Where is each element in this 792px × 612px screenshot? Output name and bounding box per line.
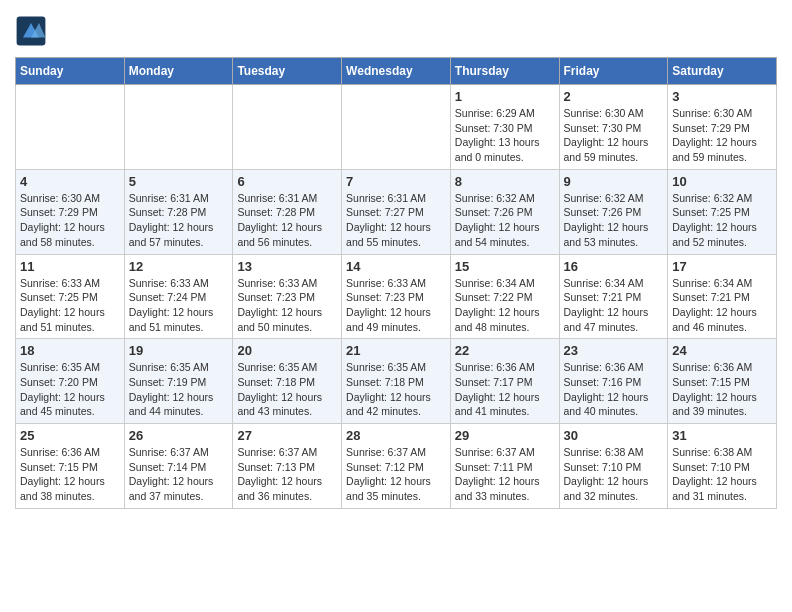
day-header-tuesday: Tuesday [233,58,342,85]
day-info: Sunrise: 6:38 AM Sunset: 7:10 PM Dayligh… [564,445,664,504]
day-number: 25 [20,428,120,443]
day-info: Sunrise: 6:36 AM Sunset: 7:15 PM Dayligh… [672,360,772,419]
day-info: Sunrise: 6:37 AM Sunset: 7:14 PM Dayligh… [129,445,229,504]
day-number: 7 [346,174,446,189]
day-number: 17 [672,259,772,274]
day-info: Sunrise: 6:33 AM Sunset: 7:25 PM Dayligh… [20,276,120,335]
day-info: Sunrise: 6:37 AM Sunset: 7:13 PM Dayligh… [237,445,337,504]
day-info: Sunrise: 6:30 AM Sunset: 7:30 PM Dayligh… [564,106,664,165]
day-number: 10 [672,174,772,189]
calendar-cell: 12Sunrise: 6:33 AM Sunset: 7:24 PM Dayli… [124,254,233,339]
calendar-cell: 8Sunrise: 6:32 AM Sunset: 7:26 PM Daylig… [450,169,559,254]
calendar-cell: 25Sunrise: 6:36 AM Sunset: 7:15 PM Dayli… [16,424,125,509]
day-number: 29 [455,428,555,443]
day-number: 1 [455,89,555,104]
calendar-cell: 7Sunrise: 6:31 AM Sunset: 7:27 PM Daylig… [342,169,451,254]
day-number: 23 [564,343,664,358]
calendar-cell: 19Sunrise: 6:35 AM Sunset: 7:19 PM Dayli… [124,339,233,424]
day-info: Sunrise: 6:32 AM Sunset: 7:26 PM Dayligh… [564,191,664,250]
day-number: 28 [346,428,446,443]
day-info: Sunrise: 6:32 AM Sunset: 7:26 PM Dayligh… [455,191,555,250]
day-info: Sunrise: 6:33 AM Sunset: 7:24 PM Dayligh… [129,276,229,335]
calendar-cell [16,85,125,170]
day-header-monday: Monday [124,58,233,85]
calendar-week-row: 1Sunrise: 6:29 AM Sunset: 7:30 PM Daylig… [16,85,777,170]
day-info: Sunrise: 6:30 AM Sunset: 7:29 PM Dayligh… [20,191,120,250]
day-info: Sunrise: 6:36 AM Sunset: 7:16 PM Dayligh… [564,360,664,419]
day-number: 14 [346,259,446,274]
calendar-cell: 2Sunrise: 6:30 AM Sunset: 7:30 PM Daylig… [559,85,668,170]
calendar-cell: 17Sunrise: 6:34 AM Sunset: 7:21 PM Dayli… [668,254,777,339]
day-number: 27 [237,428,337,443]
day-info: Sunrise: 6:38 AM Sunset: 7:10 PM Dayligh… [672,445,772,504]
day-info: Sunrise: 6:34 AM Sunset: 7:21 PM Dayligh… [672,276,772,335]
day-number: 18 [20,343,120,358]
day-number: 12 [129,259,229,274]
day-number: 15 [455,259,555,274]
day-header-thursday: Thursday [450,58,559,85]
calendar-cell: 20Sunrise: 6:35 AM Sunset: 7:18 PM Dayli… [233,339,342,424]
day-number: 21 [346,343,446,358]
day-info: Sunrise: 6:36 AM Sunset: 7:17 PM Dayligh… [455,360,555,419]
day-header-sunday: Sunday [16,58,125,85]
calendar-header-row: SundayMondayTuesdayWednesdayThursdayFrid… [16,58,777,85]
day-number: 8 [455,174,555,189]
calendar-cell: 16Sunrise: 6:34 AM Sunset: 7:21 PM Dayli… [559,254,668,339]
day-number: 30 [564,428,664,443]
day-number: 24 [672,343,772,358]
calendar-cell [342,85,451,170]
day-number: 3 [672,89,772,104]
day-info: Sunrise: 6:35 AM Sunset: 7:18 PM Dayligh… [237,360,337,419]
day-info: Sunrise: 6:34 AM Sunset: 7:21 PM Dayligh… [564,276,664,335]
calendar-week-row: 25Sunrise: 6:36 AM Sunset: 7:15 PM Dayli… [16,424,777,509]
calendar-cell: 21Sunrise: 6:35 AM Sunset: 7:18 PM Dayli… [342,339,451,424]
logo [15,15,51,47]
calendar-table: SundayMondayTuesdayWednesdayThursdayFrid… [15,57,777,509]
day-number: 26 [129,428,229,443]
calendar-cell: 30Sunrise: 6:38 AM Sunset: 7:10 PM Dayli… [559,424,668,509]
day-info: Sunrise: 6:32 AM Sunset: 7:25 PM Dayligh… [672,191,772,250]
calendar-cell: 14Sunrise: 6:33 AM Sunset: 7:23 PM Dayli… [342,254,451,339]
day-number: 31 [672,428,772,443]
day-info: Sunrise: 6:35 AM Sunset: 7:18 PM Dayligh… [346,360,446,419]
day-info: Sunrise: 6:36 AM Sunset: 7:15 PM Dayligh… [20,445,120,504]
day-number: 13 [237,259,337,274]
day-header-wednesday: Wednesday [342,58,451,85]
calendar-cell: 23Sunrise: 6:36 AM Sunset: 7:16 PM Dayli… [559,339,668,424]
calendar-cell: 5Sunrise: 6:31 AM Sunset: 7:28 PM Daylig… [124,169,233,254]
calendar-cell: 1Sunrise: 6:29 AM Sunset: 7:30 PM Daylig… [450,85,559,170]
day-info: Sunrise: 6:37 AM Sunset: 7:11 PM Dayligh… [455,445,555,504]
day-info: Sunrise: 6:29 AM Sunset: 7:30 PM Dayligh… [455,106,555,165]
day-info: Sunrise: 6:31 AM Sunset: 7:28 PM Dayligh… [129,191,229,250]
day-header-friday: Friday [559,58,668,85]
day-number: 2 [564,89,664,104]
day-info: Sunrise: 6:31 AM Sunset: 7:28 PM Dayligh… [237,191,337,250]
page-header [15,15,777,47]
day-info: Sunrise: 6:31 AM Sunset: 7:27 PM Dayligh… [346,191,446,250]
day-number: 16 [564,259,664,274]
day-number: 20 [237,343,337,358]
calendar-cell: 11Sunrise: 6:33 AM Sunset: 7:25 PM Dayli… [16,254,125,339]
day-info: Sunrise: 6:33 AM Sunset: 7:23 PM Dayligh… [346,276,446,335]
calendar-week-row: 18Sunrise: 6:35 AM Sunset: 7:20 PM Dayli… [16,339,777,424]
day-info: Sunrise: 6:30 AM Sunset: 7:29 PM Dayligh… [672,106,772,165]
calendar-week-row: 4Sunrise: 6:30 AM Sunset: 7:29 PM Daylig… [16,169,777,254]
calendar-cell: 31Sunrise: 6:38 AM Sunset: 7:10 PM Dayli… [668,424,777,509]
calendar-week-row: 11Sunrise: 6:33 AM Sunset: 7:25 PM Dayli… [16,254,777,339]
calendar-cell [124,85,233,170]
day-number: 6 [237,174,337,189]
calendar-cell: 10Sunrise: 6:32 AM Sunset: 7:25 PM Dayli… [668,169,777,254]
calendar-cell: 24Sunrise: 6:36 AM Sunset: 7:15 PM Dayli… [668,339,777,424]
calendar-cell: 27Sunrise: 6:37 AM Sunset: 7:13 PM Dayli… [233,424,342,509]
calendar-cell: 6Sunrise: 6:31 AM Sunset: 7:28 PM Daylig… [233,169,342,254]
day-info: Sunrise: 6:33 AM Sunset: 7:23 PM Dayligh… [237,276,337,335]
logo-icon [15,15,47,47]
day-number: 11 [20,259,120,274]
day-info: Sunrise: 6:34 AM Sunset: 7:22 PM Dayligh… [455,276,555,335]
day-number: 19 [129,343,229,358]
day-info: Sunrise: 6:35 AM Sunset: 7:20 PM Dayligh… [20,360,120,419]
day-number: 5 [129,174,229,189]
day-number: 22 [455,343,555,358]
day-number: 9 [564,174,664,189]
calendar-cell [233,85,342,170]
